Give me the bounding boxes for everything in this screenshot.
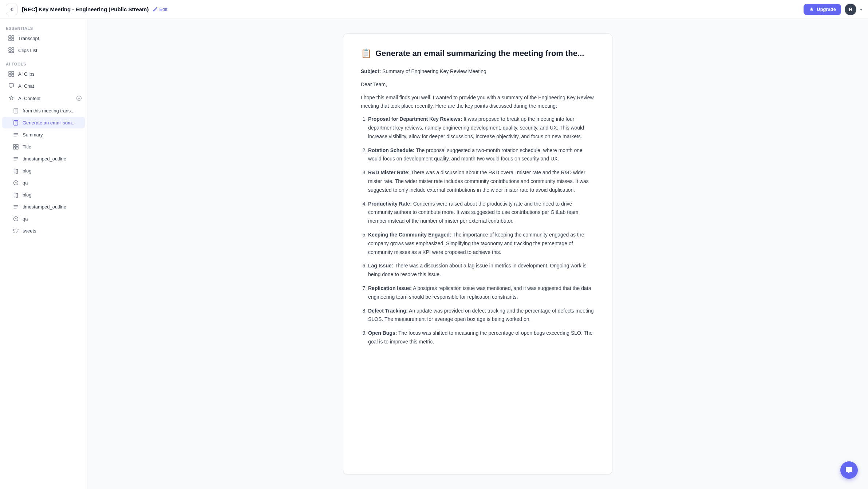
clips-list-label: Clips List <box>18 48 38 53</box>
lines-icon-3 <box>12 203 19 210</box>
svg-rect-1 <box>12 36 14 38</box>
svg-rect-11 <box>12 71 14 73</box>
ai-clips-label: AI Clips <box>18 71 35 77</box>
svg-rect-6 <box>9 50 11 51</box>
edit-label: Edit <box>159 7 167 12</box>
email-icon: 📋 <box>361 48 372 59</box>
ai-chat-label: AI Chat <box>18 83 34 89</box>
content-card: 📋 Generate an email summarizing the meet… <box>343 33 612 474</box>
sidebar-item-from-meeting[interactable]: from this meeting trans... <box>2 105 85 116</box>
page-title: [REC] Key Meeting - Engineering (Public … <box>22 6 149 12</box>
main-layout: Essentials Transcript <box>0 19 868 489</box>
upgrade-label: Upgrade <box>817 7 836 12</box>
svg-rect-13 <box>12 74 14 76</box>
svg-rect-7 <box>12 50 14 51</box>
sidebar: Essentials Transcript <box>0 19 87 489</box>
sidebar-item-ai-content[interactable]: AI Content <box>2 92 72 104</box>
content-list-item-3: R&D Mister Rate: There was a discussion … <box>368 168 595 194</box>
content-list-item-5: Keeping the Community Engaged: The impor… <box>368 231 595 257</box>
topbar-left: [REC] Key Meeting - Engineering (Public … <box>6 4 167 15</box>
ai-content-row: AI Content <box>0 92 87 104</box>
sidebar-item-ai-clips[interactable]: AI Clips <box>2 68 85 80</box>
svg-rect-20 <box>16 147 18 149</box>
sidebar-item-title[interactable]: Title <box>2 141 85 152</box>
sidebar-item-ai-chat[interactable]: AI Chat <box>2 80 85 92</box>
content-title-heading: 📋 Generate an email summarizing the meet… <box>361 48 595 59</box>
essentials-section-label: Essentials <box>0 23 87 32</box>
star-icon <box>8 95 15 102</box>
blog-2-label: blog <box>23 192 32 198</box>
sidebar-item-timestamped-2[interactable]: timestamped_outline <box>2 201 85 212</box>
content-list-item-6: Lag Issue: There was a discussion about … <box>368 262 595 279</box>
sidebar-item-blog-2[interactable]: blog <box>2 189 85 200</box>
ai-tools-section-label: AI Tools <box>0 59 87 68</box>
svg-rect-2 <box>9 39 11 41</box>
edit-button[interactable]: Edit <box>153 7 167 12</box>
svg-rect-10 <box>9 71 11 73</box>
topbar: [REC] Key Meeting - Engineering (Public … <box>0 0 868 19</box>
chat-fab-button[interactable] <box>840 461 858 479</box>
twitter-icon <box>12 227 19 234</box>
grid-icon <box>8 35 15 41</box>
svg-rect-3 <box>12 39 14 41</box>
content-list: Proposal for Department Key Reviews: It … <box>361 115 595 346</box>
back-button[interactable] <box>6 4 17 15</box>
summary-label: Summary <box>23 132 43 138</box>
content-body: Subject: Summary of Engineering Key Revi… <box>361 67 595 346</box>
svg-rect-8 <box>9 52 11 53</box>
avatar[interactable]: H <box>845 4 856 15</box>
content-list-item-8: Defect Tracking: An update was provided … <box>368 307 595 324</box>
svg-rect-0 <box>9 36 11 38</box>
add-content-button[interactable] <box>75 94 83 103</box>
sidebar-item-qa-1[interactable]: ? qa <box>2 177 85 188</box>
circle-q-icon-1: ? <box>12 179 19 186</box>
svg-rect-9 <box>12 52 14 53</box>
qa-1-label: qa <box>23 180 28 186</box>
svg-text:?: ? <box>15 218 17 221</box>
sidebar-item-blog-1[interactable]: blog <box>2 165 85 176</box>
content-title-text: Generate an email summarizing the meetin… <box>375 49 584 58</box>
greeting: Dear Team, <box>361 80 595 89</box>
sidebar-item-generate-email[interactable]: Generate an email sum... <box>2 117 85 128</box>
doc-icon-2 <box>12 119 19 126</box>
chat-icon <box>8 83 15 89</box>
transcript-label: Transcript <box>18 36 39 41</box>
ai-content-label: AI Content <box>18 96 40 101</box>
circle-q-icon-2: ? <box>12 215 19 222</box>
sidebar-item-qa-2[interactable]: ? qa <box>2 213 85 224</box>
sidebar-item-transcript[interactable]: Transcript <box>2 32 85 44</box>
svg-rect-4 <box>9 48 11 49</box>
timestamped-outline-1-label: timestamped_outline <box>23 156 66 162</box>
upgrade-button[interactable]: Upgrade <box>804 4 841 15</box>
intro-text: I hope this email finds you well. I want… <box>361 94 595 111</box>
content-list-item-2: Rotation Schedule: The proposal suggeste… <box>368 146 595 164</box>
account-chevron[interactable]: ▾ <box>860 7 862 12</box>
subject-line: Subject: Summary of Engineering Key Revi… <box>361 67 595 76</box>
sidebar-item-tweets[interactable]: tweets <box>2 225 85 236</box>
sidebar-item-summary[interactable]: Summary <box>2 129 85 140</box>
doc-icon-1 <box>12 107 19 114</box>
book-icon-1 <box>12 167 19 174</box>
content-list-item-1: Proposal for Department Key Reviews: It … <box>368 115 595 141</box>
from-meeting-label: from this meeting trans... <box>23 108 75 114</box>
qa-2-label: qa <box>23 216 28 222</box>
content-list-item-4: Productivity Rate: Concerns were raised … <box>368 200 595 226</box>
sidebar-item-clips-list[interactable]: Clips List <box>2 44 85 56</box>
timestamped-outline-2-label: timestamped_outline <box>23 204 66 210</box>
svg-rect-12 <box>9 74 11 76</box>
generate-email-label: Generate an email sum... <box>23 120 76 126</box>
content-list-item-7: Replication Issue: A postgres replicatio… <box>368 284 595 302</box>
title-label: Title <box>23 144 31 150</box>
tweets-label: tweets <box>23 228 36 234</box>
svg-rect-18 <box>16 144 18 147</box>
topbar-right: Upgrade H ▾ <box>804 4 862 15</box>
lines-icon-1 <box>12 131 19 138</box>
sidebar-item-timestamped-1[interactable]: timestamped_outline <box>2 153 85 164</box>
svg-rect-5 <box>12 48 14 49</box>
svg-rect-19 <box>13 147 16 149</box>
blog-1-label: blog <box>23 168 32 174</box>
content-list-item-9: Open Bugs: The focus was shifted to meas… <box>368 329 595 346</box>
content-area: 📋 Generate an email summarizing the meet… <box>87 19 868 489</box>
clips-icon <box>8 47 15 53</box>
title-grid-icon <box>12 143 19 150</box>
